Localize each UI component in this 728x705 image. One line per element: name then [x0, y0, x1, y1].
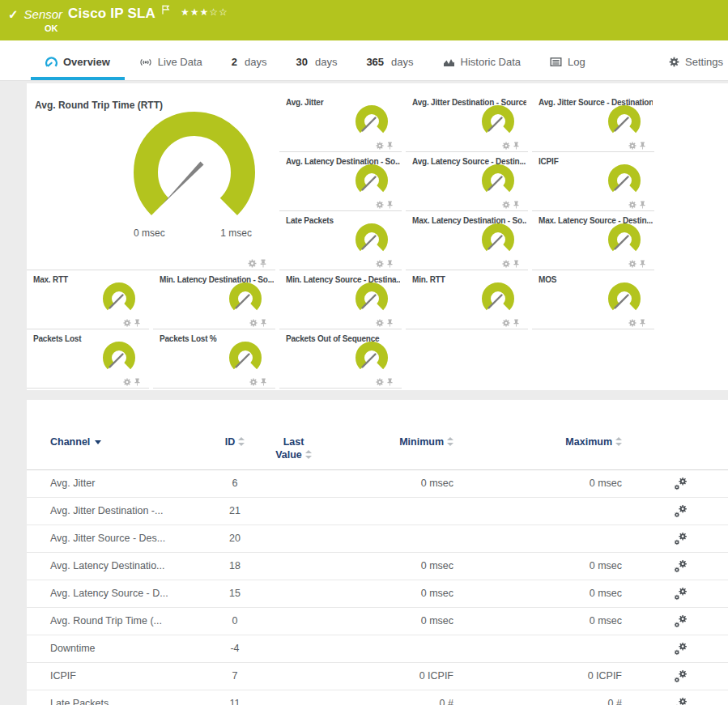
channel-name[interactable]: ICPIF — [50, 670, 206, 682]
priority-stars[interactable]: ★★★☆☆ — [181, 6, 228, 18]
gauge-cell[interactable]: Max. Latency Source - Destin... — [532, 211, 654, 270]
table-row[interactable]: Avg. Latency Destinatio... 18 0 msec 0 m… — [27, 553, 728, 580]
tab-2-days[interactable]: 2 days — [217, 56, 282, 80]
table-row[interactable]: Avg. Latency Source - D... 15 0 msec 0 m… — [27, 580, 728, 608]
table-row[interactable]: Avg. Jitter Destination -... 21 — [27, 498, 728, 525]
gear-icon — [669, 57, 679, 67]
gauge-cell[interactable]: ICPIF — [532, 152, 654, 211]
gauge-settings-gear-icon[interactable] — [628, 260, 636, 268]
tab-log[interactable]: Log — [535, 56, 600, 80]
channel-name[interactable]: Avg. Jitter Destination -... — [50, 505, 206, 516]
gauge-pin-icon[interactable] — [639, 260, 646, 268]
channel-name[interactable]: Avg. Latency Source - D... — [50, 588, 206, 599]
gauge-settings-gear-icon[interactable] — [376, 319, 384, 327]
table-row[interactable]: Late Packets 11 0 # 0 # — [27, 690, 728, 705]
gauge-cell[interactable]: Min. Latency Source - Destina... — [279, 270, 402, 329]
gauge-cell[interactable]: Max. RTT — [27, 270, 149, 329]
channel-gears-icon[interactable] — [673, 614, 711, 628]
gauge-settings-gear-icon[interactable] — [628, 201, 636, 209]
channel-gears-icon[interactable] — [673, 504, 711, 518]
gauge-cell[interactable]: MOS — [532, 270, 654, 329]
tab-365-days[interactable]: 365 days — [351, 56, 428, 80]
gauge-settings-gear-icon[interactable] — [502, 319, 510, 327]
channel-gears-icon[interactable] — [673, 587, 711, 601]
gauge-pin-icon[interactable] — [513, 201, 520, 209]
channel-gears-icon[interactable] — [673, 697, 711, 705]
gauge-cell[interactable]: Min. Latency Destination - So... — [153, 270, 275, 329]
table-row[interactable]: Avg. Round Trip Time (... 0 0 msec 0 mse… — [27, 608, 728, 635]
gauge-pin-icon[interactable] — [386, 378, 394, 386]
gauge-settings-gear-icon[interactable] — [123, 319, 131, 327]
tab-overview[interactable]: Overview — [31, 56, 125, 80]
table-row[interactable]: Downtime -4 — [27, 635, 728, 663]
gauge-settings-gear-icon[interactable] — [249, 378, 258, 386]
table-row[interactable]: Avg. Jitter Source - Des... 20 — [27, 525, 728, 553]
gauge-pin-icon[interactable] — [639, 142, 646, 150]
gauge-cell-avg-rtt[interactable]: Avg. Round Trip Time (RTT) 0 msec 1 msec — [27, 93, 275, 270]
gauge-pin-icon[interactable] — [513, 142, 520, 150]
channel-name[interactable]: Avg. Jitter — [50, 478, 206, 489]
gauge-settings-gear-icon[interactable] — [376, 201, 384, 209]
gauge-settings-gear-icon[interactable] — [502, 201, 510, 209]
channel-name[interactable]: Avg. Latency Destinatio... — [50, 560, 206, 571]
gauge-cell[interactable]: Avg. Jitter Destination - Source — [406, 93, 528, 152]
channel-gears-icon[interactable] — [673, 559, 711, 573]
gauge-settings-gear-icon[interactable] — [376, 142, 384, 150]
channel-gears-icon[interactable] — [673, 642, 711, 656]
gauge-settings-gear-icon[interactable] — [376, 260, 384, 268]
gauge-pin-icon[interactable] — [513, 319, 520, 327]
gauge-settings-gear-icon[interactable] — [628, 142, 636, 150]
gauge-pin-icon[interactable] — [260, 378, 267, 386]
content-area: Avg. Round Trip Time (RTT) 0 msec 1 msec — [0, 81, 728, 705]
gauge-cell[interactable]: Late Packets — [279, 211, 402, 270]
column-header-channel[interactable]: Channel — [50, 435, 206, 448]
channel-gears-icon[interactable] — [673, 477, 711, 491]
channel-name[interactable]: Downtime — [50, 643, 206, 654]
tab-settings[interactable]: Settings — [654, 56, 728, 80]
gauge-cell[interactable]: Avg. Latency Source - Destin... — [406, 152, 528, 211]
gauge-settings-gear-icon[interactable] — [502, 142, 510, 150]
gauge-pin-icon[interactable] — [260, 319, 267, 327]
column-header-last-value[interactable]: LastValue — [263, 435, 324, 462]
channel-name[interactable]: Avg. Jitter Source - Des... — [50, 533, 206, 544]
gauge-settings-gear-icon[interactable] — [628, 319, 636, 327]
gauge-pin-icon[interactable] — [513, 260, 520, 268]
tab-live-data[interactable]: Live Data — [125, 56, 217, 80]
gauge-cell[interactable]: Max. Latency Destination - So... — [406, 211, 528, 270]
gauge-cell[interactable]: Avg. Jitter Source - Destination — [532, 93, 654, 152]
gauge-settings-gear-icon[interactable] — [248, 259, 257, 268]
table-row[interactable]: ICPIF 7 0 ICPIF 0 ICPIF — [27, 663, 728, 690]
tab-historic-data[interactable]: Historic Data — [428, 56, 535, 80]
gauge-pin-icon[interactable] — [259, 259, 267, 268]
column-header-maximum[interactable]: Maximum — [453, 435, 622, 448]
gauge-cell[interactable]: Avg. Jitter — [279, 93, 402, 152]
gauge-cell[interactable]: Packets Out of Sequence — [279, 329, 402, 389]
flag-icon[interactable] — [162, 3, 170, 18]
gauge-cell[interactable]: Min. RTT — [406, 270, 528, 329]
channel-name[interactable]: Late Packets — [50, 698, 206, 705]
gauge-pin-icon[interactable] — [386, 260, 394, 268]
gauge-pin-icon[interactable] — [134, 378, 141, 386]
gauge-cell[interactable]: Packets Lost — [27, 329, 149, 389]
channel-name[interactable]: Avg. Round Trip Time (... — [50, 615, 206, 626]
gauge-pin-icon[interactable] — [386, 319, 394, 327]
gauge-cell[interactable]: Packets Lost % — [153, 329, 275, 389]
gauge-pin-icon[interactable] — [386, 142, 394, 150]
tab-number: 365 — [366, 56, 384, 68]
gauge-pin-icon[interactable] — [639, 319, 646, 327]
gauge-settings-gear-icon[interactable] — [376, 378, 384, 386]
channel-minimum: 0 ICPIF — [324, 670, 453, 682]
gauge-settings-gear-icon[interactable] — [502, 260, 510, 268]
channel-gears-icon[interactable] — [673, 669, 711, 683]
table-row[interactable]: Avg. Jitter 6 0 msec 0 msec — [27, 470, 728, 498]
gauge-pin-icon[interactable] — [134, 319, 141, 327]
gauge-pin-icon[interactable] — [386, 201, 394, 209]
gauge-pin-icon[interactable] — [639, 201, 646, 209]
column-header-minimum[interactable]: Minimum — [324, 435, 453, 448]
tab-30-days[interactable]: 30 days — [281, 56, 351, 80]
gauge-settings-gear-icon[interactable] — [123, 378, 131, 386]
gauge-cell[interactable]: Avg. Latency Destination - So... — [279, 152, 402, 211]
column-header-id[interactable]: ID — [206, 435, 263, 448]
channel-gears-icon[interactable] — [673, 532, 711, 546]
gauge-settings-gear-icon[interactable] — [249, 319, 258, 327]
